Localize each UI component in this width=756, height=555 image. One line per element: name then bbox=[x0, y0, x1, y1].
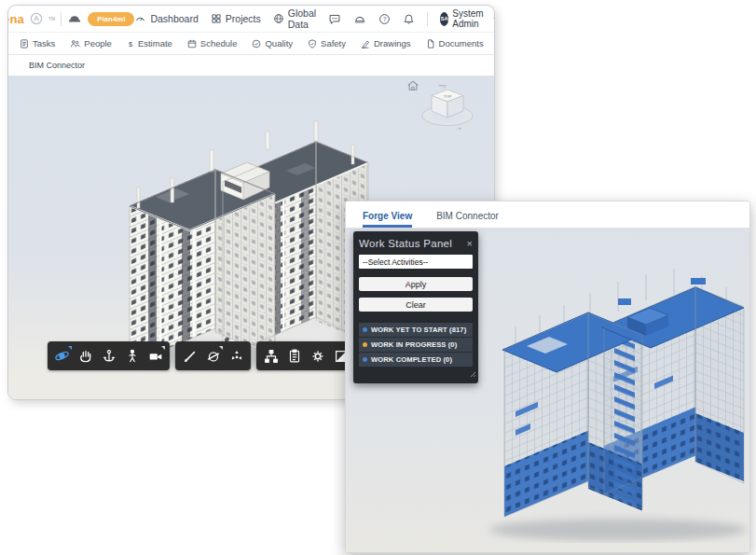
tab-schedule[interactable]: Schedule bbox=[187, 38, 238, 49]
legend-work-yet-to-start[interactable]: WORK YET TO START (817) bbox=[359, 323, 473, 338]
orbit-icon[interactable] bbox=[50, 343, 74, 368]
panel-title: Work Status Panel bbox=[359, 238, 452, 249]
tab-label: People bbox=[84, 38, 112, 49]
toolbar-group-measure bbox=[175, 341, 251, 370]
section-icon[interactable] bbox=[201, 343, 225, 368]
app-logo: ena bbox=[7, 12, 24, 26]
pan-icon[interactable] bbox=[74, 343, 97, 368]
resize-handle[interactable] bbox=[470, 365, 476, 382]
tab-label: Safety bbox=[321, 38, 346, 49]
logo-mark-icon bbox=[30, 12, 43, 25]
tool-dropdown-arrow bbox=[219, 346, 223, 350]
tab-documents[interactable]: Documents bbox=[426, 38, 484, 49]
tab-label: Quality bbox=[265, 38, 293, 49]
legend-label: WORK IN PROGRESS (0) bbox=[371, 340, 457, 349]
viewcube-front-label: FRONT bbox=[433, 85, 447, 90]
status-dot bbox=[363, 327, 367, 332]
sub-tab-bar: BIM Connector bbox=[8, 55, 494, 76]
tab-label: Drawings bbox=[374, 38, 411, 49]
status-legend: WORK YET TO START (817) WORK IN PROGRESS… bbox=[359, 323, 473, 368]
divider bbox=[61, 12, 62, 26]
avatar: SA bbox=[440, 12, 448, 26]
globe-icon bbox=[273, 13, 284, 24]
tab-safety[interactable]: Safety bbox=[308, 38, 346, 49]
status-dot bbox=[363, 357, 367, 362]
svg-text:$: $ bbox=[129, 39, 132, 48]
svg-text:?: ? bbox=[383, 15, 387, 21]
model-browser-icon[interactable] bbox=[259, 343, 282, 368]
zoom-icon[interactable] bbox=[97, 343, 120, 368]
tab-estimate[interactable]: $ Estimate bbox=[127, 38, 172, 49]
first-person-icon[interactable] bbox=[120, 343, 144, 368]
legend-label: WORK COMPLETED (0) bbox=[371, 355, 452, 364]
tab-label: Estimate bbox=[138, 38, 172, 49]
dashboard-gauge-icon bbox=[134, 13, 146, 24]
legend-work-in-progress[interactable]: WORK IN PROGRESS (0) bbox=[359, 338, 473, 353]
properties-icon[interactable] bbox=[282, 343, 306, 368]
logo-trademark: TM bbox=[48, 16, 55, 21]
desktop: ena TM Plan4ml Dashboard Projects bbox=[0, 0, 756, 555]
toolbar-group-tools bbox=[256, 341, 355, 370]
viewer-toolbar bbox=[48, 341, 390, 370]
user-name: System Admin bbox=[452, 8, 488, 29]
tool-dropdown-arrow bbox=[68, 346, 72, 350]
forge-viewer-canvas-2[interactable]: Work Status Panel × --Select Activities-… bbox=[346, 228, 749, 552]
hardhat-icon[interactable] bbox=[67, 12, 82, 25]
measure-icon[interactable] bbox=[178, 343, 201, 368]
viewcube-right-label: RIGHT bbox=[449, 126, 461, 130]
home-view-icon[interactable] bbox=[406, 79, 419, 91]
tab-label: Tasks bbox=[33, 38, 55, 49]
tab-drawings[interactable]: Drawings bbox=[361, 38, 411, 49]
project-pill[interactable]: Plan4ml bbox=[88, 12, 134, 26]
tab-bim-connector[interactable]: BIM Connector bbox=[436, 211, 499, 228]
header-left: ena TM Plan4ml bbox=[7, 12, 134, 26]
tab-label: Documents bbox=[439, 38, 484, 49]
chat-icon[interactable] bbox=[328, 13, 341, 25]
view-cube[interactable]: TOP FRONT RIGHT bbox=[420, 85, 474, 130]
module-tab-bar: Tasks People $ Estimate Schedule Quality… bbox=[8, 32, 494, 55]
legend-label: WORK YET TO START (817) bbox=[371, 326, 466, 334]
help-icon[interactable]: ? bbox=[378, 13, 391, 25]
nav-projects[interactable]: Projects bbox=[211, 13, 261, 24]
forge-tab-bar: Forge View BIM Connector bbox=[346, 201, 749, 228]
divider bbox=[427, 12, 428, 26]
projects-grid-icon bbox=[211, 13, 222, 24]
tab-people[interactable]: People bbox=[70, 38, 112, 49]
legend-work-completed[interactable]: WORK COMPLETED (0) bbox=[359, 353, 473, 368]
settings-icon[interactable] bbox=[306, 343, 329, 368]
toolbar-group-navigate bbox=[48, 341, 170, 370]
work-status-panel: Work Status Panel × --Select Activities-… bbox=[353, 231, 478, 383]
app-header: ena TM Plan4ml Dashboard Projects bbox=[8, 6, 494, 32]
tool-dropdown-arrow bbox=[161, 346, 165, 350]
tab-quality[interactable]: Quality bbox=[252, 38, 293, 49]
building-model-white bbox=[81, 77, 372, 374]
activities-select[interactable]: --Select Activities-- bbox=[359, 255, 473, 269]
close-icon[interactable]: × bbox=[467, 238, 473, 249]
clear-button[interactable]: Clear bbox=[359, 298, 473, 312]
user-menu[interactable]: SA System Admin ∨ bbox=[440, 8, 495, 29]
camera-icon[interactable] bbox=[144, 343, 167, 368]
explode-icon[interactable] bbox=[225, 343, 248, 368]
nav-global-data-label: Global Data bbox=[288, 7, 317, 30]
hardhat-nav-icon[interactable] bbox=[353, 13, 366, 25]
tab-tasks[interactable]: Tasks bbox=[20, 38, 55, 49]
bell-icon[interactable] bbox=[403, 13, 415, 25]
tab-forge-view[interactable]: Forge View bbox=[363, 211, 412, 228]
nav-dashboard[interactable]: Dashboard bbox=[134, 13, 198, 24]
forge-view-window: Forge View BIM Connector bbox=[345, 201, 750, 553]
building-model-blue bbox=[478, 235, 749, 543]
apply-button[interactable]: Apply bbox=[359, 277, 473, 291]
chevron-down-icon: ∨ bbox=[492, 15, 495, 23]
nav-projects-label: Projects bbox=[226, 13, 261, 24]
header-right: Dashboard Projects Global Data ? SA Syst bbox=[134, 7, 495, 30]
status-dot bbox=[363, 342, 367, 347]
tab-label: Schedule bbox=[200, 38, 238, 49]
viewcube-top-label: TOP bbox=[444, 94, 452, 99]
sub-tab-bim-connector[interactable]: BIM Connector bbox=[20, 58, 94, 73]
nav-global-data[interactable]: Global Data bbox=[273, 7, 317, 30]
nav-dashboard-label: Dashboard bbox=[150, 13, 198, 24]
